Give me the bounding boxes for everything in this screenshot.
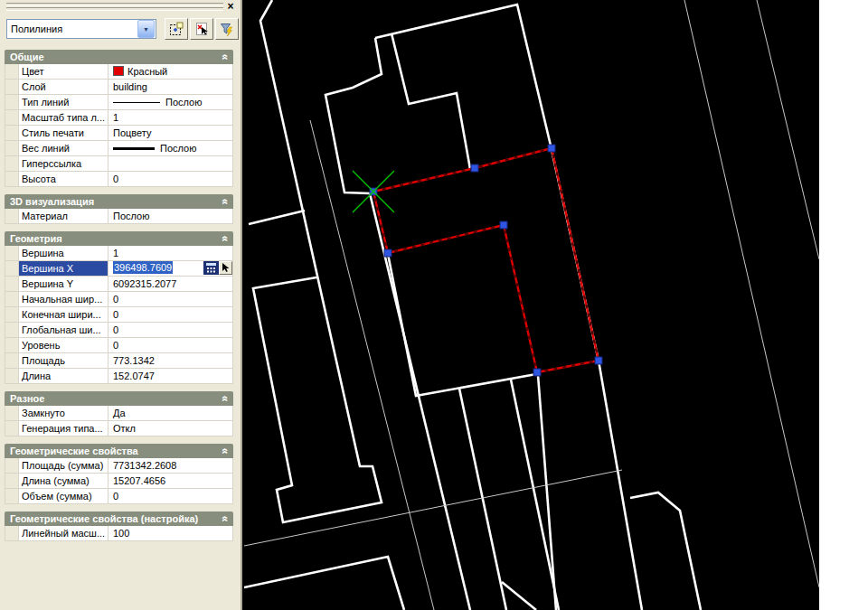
property-row[interactable]: Тип линий Послою bbox=[5, 95, 233, 110]
value-text: Поцвету bbox=[113, 127, 151, 138]
grip-point[interactable] bbox=[471, 164, 478, 172]
object-type-dropdown[interactable]: Полилиния ▼ bbox=[6, 19, 156, 39]
property-label: Высота bbox=[19, 172, 108, 186]
property-row[interactable]: Конечная шири... 0 bbox=[5, 307, 233, 323]
grip-point[interactable] bbox=[533, 369, 541, 376]
chevron-down-icon[interactable]: ▼ bbox=[137, 20, 155, 38]
property-label: Объем (сумма) bbox=[19, 489, 108, 503]
property-row[interactable]: Стиль печати Поцвету bbox=[5, 126, 233, 141]
property-row[interactable]: Длина 152.0747 bbox=[5, 369, 233, 384]
property-value[interactable]: 396498.7609 bbox=[108, 261, 233, 276]
grip-point[interactable] bbox=[548, 145, 555, 152]
property-row[interactable]: Гиперссылка bbox=[5, 156, 233, 172]
property-row[interactable]: Уровень 0 bbox=[5, 338, 233, 353]
row-gutter bbox=[5, 292, 19, 306]
object-selector-row: Полилиния ▼ bbox=[6, 18, 241, 40]
value-text: 0 bbox=[113, 324, 118, 335]
drawing-canvas[interactable] bbox=[244, 0, 868, 610]
value-text: Послою bbox=[113, 211, 149, 221]
property-value[interactable]: 0 bbox=[108, 292, 233, 306]
property-value[interactable]: 152.0747 bbox=[108, 369, 233, 383]
property-row[interactable]: Линейный масш... 100 bbox=[5, 526, 233, 541]
value-text: Послою bbox=[165, 97, 202, 108]
property-value[interactable]: 7731342.2608 bbox=[108, 458, 233, 473]
linetype-sample bbox=[113, 147, 155, 150]
grab-handle[interactable] bbox=[6, 7, 223, 11]
property-value[interactable]: 1 bbox=[108, 246, 233, 260]
property-value[interactable]: building bbox=[108, 80, 233, 94]
property-label: Площадь bbox=[19, 353, 108, 368]
property-row[interactable]: Длина (сумма) 15207.4656 bbox=[5, 474, 233, 489]
grab-handle[interactable] bbox=[6, 3, 223, 6]
collapse-chevron-icon[interactable]: « bbox=[220, 54, 232, 61]
value-text: 7731342.2608 bbox=[113, 460, 176, 471]
property-label: Материал bbox=[19, 209, 108, 223]
property-label: Длина bbox=[19, 369, 108, 383]
property-label: Уровень bbox=[19, 338, 108, 352]
property-row[interactable]: Слой building bbox=[5, 80, 233, 95]
section-header[interactable]: Разное« bbox=[5, 391, 233, 406]
edit-field-selected-text[interactable]: 396498.7609 bbox=[113, 261, 173, 274]
grip-point[interactable] bbox=[500, 221, 507, 229]
grip-point[interactable] bbox=[595, 357, 602, 364]
calculator-button[interactable] bbox=[203, 261, 219, 275]
property-value[interactable]: 0 bbox=[108, 338, 233, 352]
property-value[interactable]: 0 bbox=[108, 172, 233, 186]
property-row[interactable]: Вес линий Послою bbox=[5, 141, 233, 156]
section-header[interactable]: Геометрические свойства« bbox=[5, 444, 233, 458]
grip-point[interactable] bbox=[384, 249, 392, 257]
property-row[interactable]: Объем (сумма) 0 bbox=[5, 489, 233, 504]
section-header[interactable]: 3D визуализация« bbox=[5, 194, 233, 209]
property-label: Цвет bbox=[19, 64, 108, 79]
property-value[interactable] bbox=[108, 156, 233, 171]
property-row[interactable]: Площадь (сумма) 7731342.2608 bbox=[5, 458, 233, 474]
property-value[interactable]: 15207.4656 bbox=[108, 474, 233, 488]
select-objects-button[interactable] bbox=[190, 18, 213, 40]
property-value[interactable]: 0 bbox=[108, 307, 233, 322]
toggle-pickadd-button[interactable] bbox=[215, 18, 239, 40]
collapse-chevron-icon[interactable]: « bbox=[220, 236, 232, 242]
property-value[interactable]: Откл bbox=[108, 421, 233, 436]
collapse-chevron-icon[interactable]: « bbox=[220, 516, 232, 522]
pick-point-button[interactable] bbox=[219, 261, 232, 275]
property-row[interactable]: Высота 0 bbox=[5, 172, 233, 187]
collapse-chevron-icon[interactable]: « bbox=[220, 396, 232, 402]
collapse-chevron-icon[interactable]: « bbox=[220, 199, 232, 205]
property-value[interactable]: 0 bbox=[108, 489, 233, 503]
property-value[interactable]: 0 bbox=[108, 323, 233, 337]
quick-select-button[interactable] bbox=[165, 18, 188, 40]
property-row[interactable]: Цвет Красный bbox=[5, 64, 233, 80]
property-row[interactable]: Масштаб типа л... 1 bbox=[5, 110, 233, 126]
property-row[interactable]: Глобальная ши... 0 bbox=[5, 323, 233, 338]
row-gutter bbox=[5, 458, 19, 473]
property-label: Гиперссылка bbox=[19, 156, 108, 171]
section: Разное« Замкнуто Да Генерация типа... От… bbox=[5, 391, 233, 436]
property-value[interactable]: Послою bbox=[108, 141, 233, 155]
property-value[interactable]: Послою bbox=[108, 209, 233, 223]
property-label: Начальная шир... bbox=[19, 292, 108, 306]
property-row[interactable]: Вершина 1 bbox=[5, 246, 233, 261]
property-value[interactable]: Да bbox=[108, 406, 233, 420]
property-row[interactable]: Замкнуто Да bbox=[5, 406, 233, 421]
property-row[interactable]: Генерация типа... Откл bbox=[5, 421, 233, 436]
property-value[interactable]: 773.1342 bbox=[108, 353, 233, 368]
property-value[interactable]: 1 bbox=[108, 110, 233, 125]
collapse-chevron-icon[interactable]: « bbox=[220, 448, 232, 455]
property-row[interactable]: Начальная шир... 0 bbox=[5, 292, 233, 307]
value-text: Откл bbox=[113, 423, 136, 434]
section-header[interactable]: Геометрические свойства (настройка)« bbox=[5, 511, 233, 526]
property-row[interactable]: Площадь 773.1342 bbox=[5, 353, 233, 369]
property-row[interactable]: Вершина Y 6092315.2077 bbox=[5, 277, 233, 292]
section-header[interactable]: Общие« bbox=[5, 50, 233, 64]
value-text: 0 bbox=[113, 491, 118, 502]
property-value[interactable]: Красный bbox=[108, 64, 233, 79]
section-header[interactable]: Геометрия« bbox=[5, 231, 233, 246]
property-row[interactable]: Материал Послою bbox=[5, 209, 233, 224]
property-row[interactable]: Вершина X 396498.7609 bbox=[5, 261, 233, 277]
close-icon[interactable]: × bbox=[224, 1, 237, 14]
property-value[interactable]: 6092315.2077 bbox=[108, 277, 233, 291]
property-value[interactable]: Поцвету bbox=[108, 126, 233, 140]
property-value[interactable]: 100 bbox=[108, 526, 233, 540]
row-gutter bbox=[5, 307, 19, 322]
property-value[interactable]: Послою bbox=[108, 95, 233, 109]
